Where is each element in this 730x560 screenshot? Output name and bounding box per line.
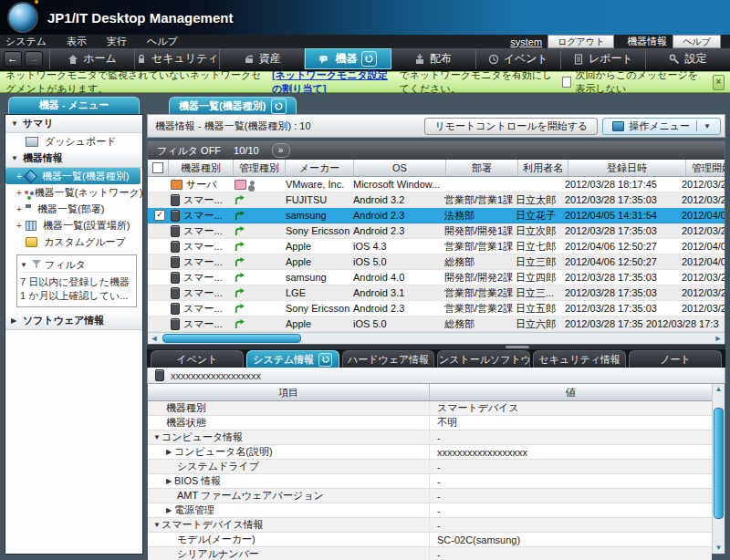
tab-devices[interactable]: 機器: [305, 48, 391, 69]
table-row[interactable]: スマー... LGE Android 3.1 営業部/営業2課 日立三... 2…: [148, 285, 725, 301]
col-registered[interactable]: 登録日時: [568, 160, 686, 176]
action-menu-button[interactable]: 操作メニュー ▼: [602, 118, 721, 135]
menu-system[interactable]: システム: [5, 35, 47, 48]
detail-row[interactable]: 機器状態不明: [148, 416, 712, 430]
detail-tab-installed-software[interactable]: インストールソフトウ...: [437, 350, 530, 368]
filter-header[interactable]: ▼ フィルタ: [20, 257, 133, 273]
expand-icon[interactable]: ▶: [166, 506, 174, 514]
table-row[interactable]: スマー... FUJITSU Android 3.2 営業部/営業1課 日立太郎…: [148, 192, 725, 208]
expand-icon[interactable]: ▶: [11, 316, 19, 325]
collapse-icon[interactable]: ▼: [11, 154, 19, 162]
scroll-right-icon[interactable]: ►: [712, 334, 725, 343]
menu-view[interactable]: 表示: [67, 35, 87, 48]
horizontal-scrollbar[interactable]: ◄ ►: [148, 332, 725, 344]
scroll-left-icon[interactable]: ◄: [148, 334, 161, 343]
detail-row[interactable]: シリアルナンバー-: [148, 547, 712, 560]
expand-icon[interactable]: ▶: [166, 448, 174, 456]
row-select-cell[interactable]: [148, 254, 168, 269]
detail-row[interactable]: ▶コンピュータ名(説明)xxxxxxxxxxxxxxxxxx: [148, 445, 712, 460]
detail-row[interactable]: 機器種別スマートデバイス: [148, 401, 712, 416]
detail-row[interactable]: システムドライブ-: [148, 460, 712, 474]
dismiss-checkbox[interactable]: [562, 77, 570, 88]
tree-section-software-info[interactable]: ▶ ソフトウェア情報: [5, 312, 142, 330]
sidebar-item-dashboard[interactable]: ダッシュボード: [5, 133, 142, 150]
row-select-cell[interactable]: [148, 177, 168, 192]
detail-tab-hardware-info[interactable]: ハードウェア情報: [342, 350, 435, 368]
logout-button[interactable]: ログアウト: [548, 35, 614, 48]
table-row-selected[interactable]: ✓ スマー... samsung Android 2.3 法務部 日立花子 20…: [148, 208, 725, 223]
username-link[interactable]: system: [510, 36, 542, 47]
row-checkbox-checked[interactable]: ✓: [154, 210, 165, 221]
tab-assets[interactable]: 資産: [220, 48, 305, 69]
filter-item-not-confirmed-1month[interactable]: 1 か月以上確認してい...: [20, 289, 133, 303]
tree-plus-icon[interactable]: +: [16, 221, 23, 231]
row-select-cell[interactable]: [148, 301, 168, 316]
sidebar-item-device-list-by-dept[interactable]: + 機器一覧(部署): [5, 201, 142, 217]
refresh-button[interactable]: [318, 353, 332, 367]
table-row[interactable]: サーバ VMware, Inc. Microsoft Window... 201…: [148, 177, 725, 192]
row-select-cell[interactable]: [148, 223, 168, 238]
select-all-checkbox[interactable]: [152, 162, 163, 173]
menu-execute[interactable]: 実行: [107, 35, 127, 48]
col-managed[interactable]: 管理開始日時: [686, 160, 725, 176]
detail-tab-events[interactable]: イベント: [151, 350, 244, 368]
filter-item-registered-7days[interactable]: 7 日以内に登録した機器: [20, 275, 133, 289]
splitter-grip[interactable]: [506, 346, 529, 348]
sidebar-item-device-list-by-type[interactable]: + 機器一覧(機器種別): [5, 168, 141, 184]
row-select-cell[interactable]: [148, 192, 168, 207]
detail-row[interactable]: ▶BIOS 情報-: [148, 474, 712, 489]
table-row[interactable]: スマー... Sony Ericsson Android 2.3 営業部/営業2…: [148, 301, 725, 316]
content-tab-device-list[interactable]: 機器一覧(機器種別): [169, 97, 297, 114]
table-row[interactable]: スマー... Apple iOS 5.0 総務部 日立六郎 2012/03/28…: [148, 316, 725, 332]
tree-plus-icon[interactable]: +: [16, 204, 23, 214]
collapse-icon[interactable]: ▼: [153, 521, 162, 529]
back-arrow-icon[interactable]: ←: [4, 51, 22, 67]
collapse-icon[interactable]: ▼: [11, 119, 19, 128]
remote-control-button[interactable]: リモートコントロールを開始する: [424, 118, 598, 135]
refresh-button[interactable]: [361, 51, 377, 67]
menu-help[interactable]: ヘルプ: [147, 35, 178, 48]
scrollbar-thumb[interactable]: [162, 334, 301, 343]
sidebar-item-device-list-by-network[interactable]: + 機器一覧(ネットワーク): [5, 184, 142, 201]
chevron-down-icon[interactable]: ▼: [704, 122, 711, 130]
detail-row[interactable]: ▼コンピュータ情報-: [148, 430, 712, 445]
pane-splitter[interactable]: [147, 345, 725, 349]
close-icon[interactable]: ×: [713, 75, 725, 90]
col-maker[interactable]: メーカー: [286, 160, 354, 176]
sidebar-item-custom-group[interactable]: カスタムグループ: [5, 233, 142, 250]
table-row[interactable]: スマー... Sony Ericsson Android 2.3 開発部/開発1…: [148, 223, 725, 239]
scroll-up-icon[interactable]: ▲: [715, 384, 723, 395]
col-dept[interactable]: 部署: [446, 160, 518, 176]
col-os[interactable]: OS: [354, 160, 446, 176]
tab-distribution[interactable]: 配布: [391, 48, 476, 69]
sidebar-item-device-list-by-location[interactable]: + 機器一覧(設置場所): [5, 217, 142, 233]
row-select-cell[interactable]: ✓: [148, 208, 168, 223]
tab-security[interactable]: セキュリティ: [135, 48, 220, 69]
tree-section-device-info[interactable]: ▼ 機器情報: [5, 150, 142, 168]
tab-home[interactable]: ホーム: [50, 48, 135, 69]
tab-events[interactable]: イベント: [476, 48, 561, 69]
row-select-cell[interactable]: [148, 285, 168, 300]
detail-tab-system-info[interactable]: システム情報: [246, 350, 339, 368]
notice-link[interactable]: [ネットワークモニタ設定の割り当て]: [272, 68, 397, 96]
col-device-type[interactable]: 機器種別: [169, 160, 234, 176]
select-all-cell[interactable]: [148, 160, 169, 176]
filter-status-label[interactable]: フィルタ OFF: [157, 144, 221, 158]
tree-plus-icon[interactable]: +: [16, 171, 23, 181]
scroll-down-icon[interactable]: ▼: [715, 543, 723, 554]
row-select-cell[interactable]: [148, 316, 168, 331]
tab-reports[interactable]: レポート: [561, 48, 646, 69]
tree-section-summary[interactable]: ▼ サマリ: [5, 115, 142, 133]
filter-expand-button[interactable]: »: [272, 143, 290, 158]
table-row[interactable]: スマー... samsung Android 4.0 開発部/開発2課 日立四郎…: [148, 270, 725, 285]
detail-row[interactable]: ▶電源管理-: [148, 503, 712, 518]
scrollbar-thumb[interactable]: [714, 408, 724, 519]
tab-settings[interactable]: 設定: [646, 48, 730, 69]
detail-row[interactable]: モデル(メーカー)SC-02C(samsung): [148, 533, 712, 547]
expand-icon[interactable]: ▶: [166, 477, 174, 485]
help-button[interactable]: ヘルプ: [673, 35, 721, 48]
refresh-button[interactable]: [271, 99, 287, 114]
tree-plus-icon[interactable]: +: [16, 188, 22, 198]
row-select-cell[interactable]: [148, 239, 168, 254]
detail-row[interactable]: ▼スマートデバイス情報-: [148, 518, 712, 533]
